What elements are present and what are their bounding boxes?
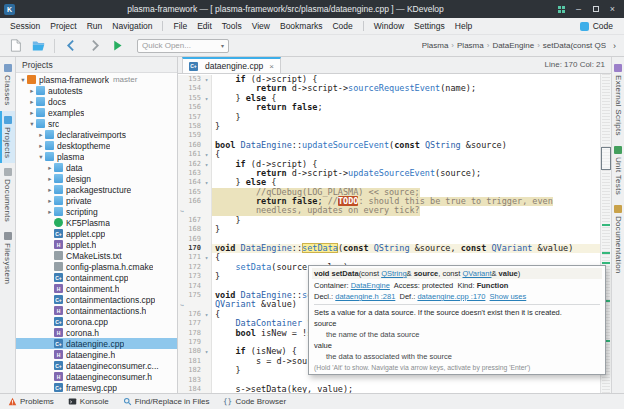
menu-item-view[interactable]: View <box>248 19 274 33</box>
tree-item[interactable]: C+containment.cpp <box>16 272 177 283</box>
dock-tab-external-scripts[interactable]: External Scripts <box>612 59 624 141</box>
tree-item[interactable]: C+applet.cpp <box>16 228 177 239</box>
code-line[interactable]: 158} <box>178 122 600 131</box>
menu-item-bookmarks[interactable]: Bookmarks <box>276 19 327 33</box>
breadcrumb-item[interactable]: Plasma <box>422 41 449 50</box>
tree-item[interactable]: ▸design <box>16 173 177 184</box>
collapse-arrow-icon[interactable]: ▾ <box>19 74 27 85</box>
menu-item-help[interactable]: Help <box>451 19 476 33</box>
code-line[interactable]: 157 } <box>178 113 600 122</box>
fold-arrow-icon[interactable]: ▾ <box>202 347 211 356</box>
dock-tab-filesystem[interactable]: Filesystem <box>0 227 15 289</box>
expand-arrow-icon[interactable]: ▸ <box>46 184 54 195</box>
back-button[interactable] <box>62 37 80 55</box>
statusbar-button-code-browser[interactable]: {}Code Browser <box>223 397 286 406</box>
window-menu-icon[interactable] <box>556 4 567 15</box>
tree-item[interactable]: C+dataengineconsumer.c... <box>16 360 177 371</box>
def-link[interactable]: dataengine.cpp :170 <box>417 292 485 301</box>
expand-arrow-icon[interactable]: ▸ <box>37 129 45 140</box>
tree-item[interactable]: Hdataengine.h <box>16 349 177 360</box>
expand-arrow-icon[interactable]: ▸ <box>37 140 45 151</box>
tree-item[interactable]: ▸desktoptheme <box>16 140 177 151</box>
fold-arrow-icon[interactable]: ▾ <box>202 160 211 169</box>
menu-item-window[interactable]: Window <box>370 19 408 33</box>
show-uses-link[interactable]: Show uses <box>490 292 527 301</box>
tree-item[interactable]: C+framesvg.cpp <box>16 382 177 393</box>
tree-item[interactable]: C+corona.cpp <box>16 316 177 327</box>
tree-item[interactable]: ▸packagestructure <box>16 184 177 195</box>
tree-item[interactable]: ▸docs <box>16 96 177 107</box>
menu-item-project[interactable]: Project <box>46 19 80 33</box>
maximize-button[interactable] <box>590 4 601 15</box>
scrollbar-viewport[interactable] <box>601 147 611 170</box>
fold-arrow-icon[interactable]: ▾ <box>202 253 211 262</box>
run-button[interactable] <box>108 37 126 55</box>
expand-arrow-icon[interactable]: ▸ <box>28 107 36 118</box>
tree-item[interactable]: ▾plasma-frameworkmaster <box>16 74 177 85</box>
collapse-arrow-icon[interactable]: ▾ <box>37 151 45 162</box>
dock-tab-documents[interactable]: Documents <box>0 163 15 227</box>
code-line[interactable]: 156 return false; <box>178 103 600 112</box>
expand-arrow-icon[interactable]: ▸ <box>28 85 36 96</box>
breadcrumb-item[interactable]: setData(const QS <box>543 41 606 50</box>
open-file-button[interactable] <box>29 37 47 55</box>
qstring-link[interactable]: QString <box>381 269 406 278</box>
minimize-button[interactable]: – <box>573 4 584 15</box>
fold-arrow-icon[interactable]: ▾ <box>202 310 211 319</box>
tab-close-icon[interactable]: × <box>267 62 274 71</box>
tree-item[interactable]: ▸autotests <box>16 85 177 96</box>
tree-item[interactable]: config-plasma.h.cmake <box>16 261 177 272</box>
tree-item[interactable]: Happlet.h <box>16 239 177 250</box>
tree-item[interactable]: KF5Plasma <box>16 217 177 228</box>
dock-tab-projects[interactable]: Projects <box>0 111 15 163</box>
tree-item[interactable]: ▸data <box>16 162 177 173</box>
breadcrumb-item[interactable]: DataEngine <box>492 41 534 50</box>
fold-arrow-icon[interactable]: ▾ <box>202 75 211 84</box>
menu-item-code[interactable]: Code <box>328 19 356 33</box>
dock-tab-documentation[interactable]: Documentation <box>612 200 624 279</box>
code-line[interactable]: 170void DataEngine::setData(const QStrin… <box>178 244 600 253</box>
tree-item[interactable]: ▸scripting <box>16 206 177 217</box>
tree-item[interactable]: ▾src <box>16 118 177 129</box>
tree-item[interactable]: Hdataengineconsumer.h <box>16 371 177 382</box>
breadcrumb-overflow-button[interactable]: › <box>611 41 618 51</box>
tree-item[interactable]: ▸examples <box>16 107 177 118</box>
qvariant-link[interactable]: QVariant <box>462 269 491 278</box>
statusbar-button-konsole[interactable]: Konsole <box>68 397 109 406</box>
expand-arrow-icon[interactable]: ▸ <box>46 173 54 184</box>
tree-item[interactable]: CMakeLists.txt <box>16 250 177 261</box>
tree-item[interactable]: C+containmentactions.cpp <box>16 294 177 305</box>
tree-item[interactable]: ▾plasma <box>16 151 177 162</box>
code-line[interactable]: 167 } <box>178 216 600 225</box>
forward-button[interactable] <box>85 37 103 55</box>
decl-link[interactable]: dataengine.h :281 <box>335 292 395 301</box>
menu-item-run[interactable]: Run <box>83 19 107 33</box>
menu-item-tools[interactable]: Tools <box>218 19 246 33</box>
breadcrumb-item[interactable]: Plasma <box>457 41 484 50</box>
tree-item[interactable]: Hcorona.h <box>16 327 177 338</box>
tree-item[interactable]: ▸declarativeimports <box>16 129 177 140</box>
menu-item-navigation[interactable]: Navigation <box>108 19 156 33</box>
fold-arrow-icon[interactable]: ▾ <box>202 94 211 103</box>
code-line[interactable]: 160bool DataEngine::updateSourceEvent(co… <box>178 141 600 150</box>
dock-tab-classes[interactable]: Classes <box>0 59 15 111</box>
code-line[interactable]: 168} <box>178 225 600 234</box>
fold-arrow-icon[interactable]: ▾ <box>202 178 211 187</box>
statusbar-button-problems[interactable]: Problems <box>8 397 54 406</box>
area-switcher[interactable]: Code <box>575 20 618 32</box>
fold-arrow-icon[interactable]: ▾ <box>202 150 211 159</box>
menu-item-session[interactable]: Session <box>6 19 44 33</box>
container-link[interactable]: DataEngine <box>351 281 390 290</box>
tree-item[interactable]: Hcontainment.h <box>16 283 177 294</box>
menu-item-settings[interactable]: Settings <box>410 19 449 33</box>
expand-arrow-icon[interactable]: ▸ <box>46 195 54 206</box>
tree-item[interactable]: Hcontainmentactions.h <box>16 305 177 316</box>
tree-item[interactable]: ▸private <box>16 195 177 206</box>
quick-open-input[interactable]: Quick Open... ▾ <box>137 39 229 53</box>
expand-arrow-icon[interactable]: ▸ <box>46 206 54 217</box>
code-line[interactable]: 184 s->setData(key, value); <box>178 385 600 393</box>
dock-tab-unit-tests[interactable]: Unit Tests <box>612 141 624 200</box>
expand-arrow-icon[interactable]: ▸ <box>46 162 54 173</box>
tree-item[interactable]: C+dataengine.cpp <box>16 338 177 349</box>
expand-arrow-icon[interactable]: ▸ <box>28 96 36 107</box>
